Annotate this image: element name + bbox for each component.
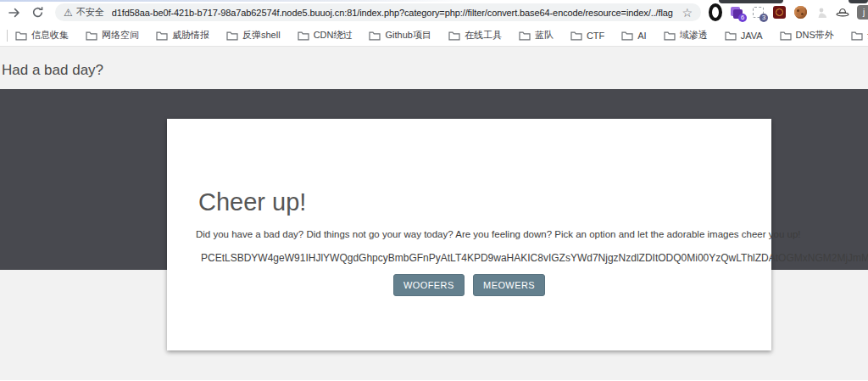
card-description: Did you have a bad day? Did things not g… — [196, 229, 800, 239]
card-title: Cheer up! — [198, 190, 306, 215]
not-secure-warning-icon: ⚠ — [64, 8, 73, 18]
url-text[interactable]: d1fd58aa-be0f-421b-b717-98a7ab62574f.nod… — [112, 8, 677, 18]
bookmark-folder[interactable]: 在线工具 — [448, 29, 502, 42]
browser-toolbar: ⚠ 不安全 d1fd58aa-be0f-421b-b717-98a7ab6257… — [0, 0, 868, 25]
bookmark-folder[interactable]: AI — [621, 31, 646, 41]
page-title: Had a bad day? — [2, 62, 103, 79]
security-chip-label[interactable]: 不安全 — [76, 6, 104, 19]
forward-button[interactable] — [5, 3, 24, 22]
meowers-button[interactable]: MEOWERS — [473, 274, 545, 296]
capture-extension-icon[interactable]: 3 — [751, 6, 765, 20]
bookmark-star-icon[interactable]: ☆ — [682, 7, 693, 19]
bookmarks-divider — [7, 30, 8, 42]
woofers-button[interactable]: WOOFERS — [393, 274, 465, 296]
bookmark-folder[interactable]: 反弹shell — [226, 29, 281, 42]
refresh-button[interactable] — [28, 3, 47, 22]
base64-flag-output: PCEtLSBDYW4geW91IHJlYWQgdGhpcyBmbGFnPyAt… — [201, 252, 868, 264]
bookmarks-bar: 信息收集 网络空间 威胁情报 反弹shell CDN绕过 Github项目 在线… — [0, 25, 868, 47]
bookmark-folder[interactable]: 蓝队 — [519, 29, 554, 42]
bookmark-folder[interactable]: JAVA — [725, 31, 763, 41]
refresh-icon — [31, 6, 44, 19]
cheer-up-card: Cheer up! Did you have a bad day? Did th… — [167, 119, 771, 350]
category-buttons: WOOFERS MEOWERS — [167, 274, 771, 296]
proxy-extension-icon[interactable]: 6 — [730, 6, 743, 20]
page-content: Had a bad day? Cheer up! Did you have a … — [0, 47, 868, 380]
bookmark-folder[interactable]: 域渗透 — [664, 29, 708, 42]
address-bar[interactable]: ⚠ 不安全 d1fd58aa-be0f-421b-b717-98a7ab6257… — [55, 3, 701, 21]
profile-avatar[interactable]: j — [857, 6, 868, 20]
bookmark-folder[interactable]: 威胁情报 — [156, 29, 209, 42]
hat-extension-icon[interactable] — [836, 6, 849, 20]
bookmark-folder[interactable]: DNS带外 — [780, 29, 834, 42]
capture-badge: 3 — [760, 14, 768, 22]
bookmark-folder[interactable]: CTF — [570, 31, 604, 41]
window-top-edge — [0, 0, 475, 2]
proxy-badge: 6 — [738, 14, 747, 22]
hackbar-extension-icon[interactable] — [772, 6, 786, 20]
browser-window: ⚠ 不安全 d1fd58aa-be0f-421b-b717-98a7ab6257… — [0, 0, 868, 381]
dark-ring-extension-icon[interactable] — [709, 6, 722, 20]
forward-arrow-icon — [8, 6, 21, 20]
tab-edge-remnant — [719, 0, 783, 3]
tab-edge-remnant — [849, 0, 868, 3]
bookmark-folder[interactable]: 云安全 — [851, 29, 868, 42]
cookie-extension-icon[interactable] — [793, 6, 807, 20]
bookmark-folder[interactable]: CDN绕过 — [298, 29, 353, 42]
extensions-row: 6 3 j — [709, 6, 868, 20]
ghost-extension-icon[interactable] — [815, 6, 828, 20]
bookmark-folder[interactable]: 网络空间 — [86, 29, 139, 42]
bookmark-folder[interactable]: 信息收集 — [15, 29, 69, 42]
bookmark-folder[interactable]: Github项目 — [369, 29, 431, 42]
